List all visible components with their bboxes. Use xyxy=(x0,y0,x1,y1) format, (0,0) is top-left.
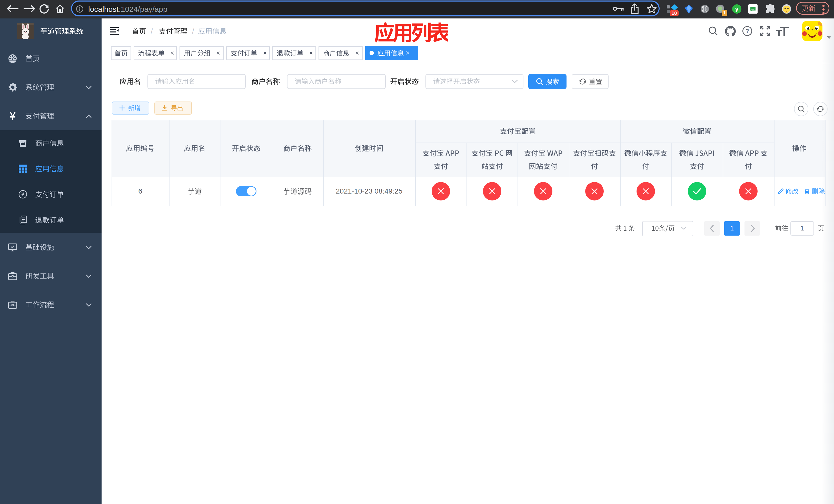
svg-text:y: y xyxy=(735,5,739,12)
svg-text:?: ? xyxy=(746,28,749,34)
svg-text:1: 1 xyxy=(723,10,726,15)
svg-text:10: 10 xyxy=(672,10,677,16)
